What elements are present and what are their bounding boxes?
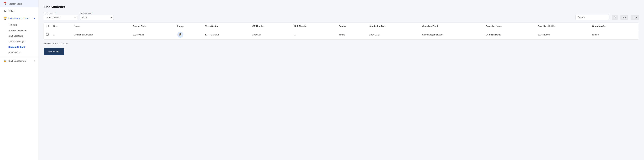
search-input[interactable] — [576, 15, 609, 20]
refresh-button[interactable]: ⟳ — [612, 15, 618, 20]
row-checkbox-cell — [44, 30, 51, 39]
showing-rows-text: Showing 1 to 1 of 1 rows — [44, 42, 639, 45]
th-guardian-name: Guardian Name — [483, 23, 535, 30]
gallery-icon: 🖼 — [3, 9, 7, 12]
certificate-icon: 🏆 — [3, 17, 7, 20]
page-title: List Students — [44, 5, 639, 9]
th-image: Image — [175, 23, 202, 30]
lock-icon: 🔒 — [3, 59, 7, 62]
th-admission-date: Admission Date — [367, 23, 420, 30]
row-guardian-email: guardian@gmail.com — [420, 30, 483, 39]
chevron-down-icon: ▾ — [34, 17, 35, 19]
row-guardian-name: Guardian Demo — [483, 30, 535, 39]
sidebar-item-student-id-card[interactable]: Student ID Card — [0, 44, 38, 50]
sidebar-submenu-certificate: Template Student Certificate Staff Certi… — [0, 22, 38, 55]
columns-icon: ⊞ — [622, 16, 624, 19]
sidebar-item-template[interactable]: Template — [0, 22, 38, 27]
th-name: Name — [72, 23, 130, 30]
generate-button[interactable]: Generate — [44, 48, 64, 55]
table-body: 1 Cineraria Humsafar 2024-03-01 🐧 13 A -… — [44, 30, 639, 39]
th-guardian-mobile: Guardian Mobile — [535, 23, 590, 30]
row-admission-date: 2024-03-14 — [367, 30, 420, 39]
th-class-section: Class Section — [202, 23, 250, 30]
sidebar: 📅 Session Years 🖼 Gallery 🏆 Certificate … — [0, 0, 39, 160]
sidebar-label-certificate: Certificate & ID Card — [8, 17, 28, 20]
columns-button[interactable]: ⊞ ▾ — [620, 15, 628, 20]
download-icon: ⬇ — [633, 16, 635, 19]
students-table-container: No. Name Date of Birth Image Class Secti… — [44, 22, 639, 40]
row-checkbox[interactable] — [46, 33, 48, 36]
sidebar-item-id-card-settings[interactable]: ID Card Settings — [0, 39, 38, 44]
session-year-label: Session Year * — [80, 12, 114, 14]
students-table: No. Name Date of Birth Image Class Secti… — [44, 23, 639, 39]
chevron-down-icon-columns: ▾ — [625, 16, 626, 19]
row-guardian-gender: female — [590, 30, 639, 39]
row-class-section: 13 A - Gujarati — [202, 30, 250, 39]
select-all-checkbox[interactable] — [46, 25, 48, 27]
row-image: 🐧 — [175, 30, 202, 39]
table-row: 1 Cineraria Humsafar 2024-03-01 🐧 13 A -… — [44, 30, 639, 39]
refresh-icon: ⟳ — [614, 16, 616, 19]
sidebar-label-gallery: Gallery — [8, 10, 15, 12]
sidebar-item-student-certificate[interactable]: Student Certificate — [0, 27, 38, 33]
sidebar-item-staff-id-card[interactable]: Staff ID Card — [0, 50, 38, 55]
th-checkbox — [44, 23, 51, 30]
sidebar-item-staff-management[interactable]: 🔒 Staff Management ▾ — [0, 57, 38, 65]
th-roll-number: Roll Number — [292, 23, 336, 30]
sidebar-bottom: 🔒 Staff Management ▾ — [0, 57, 38, 65]
sidebar-label-staff-management: Staff Management — [8, 60, 26, 62]
th-dob: Date of Birth — [130, 23, 175, 30]
download-button[interactable]: ⬇ ▾ — [631, 15, 639, 20]
row-guardian-mobile: 1234567890 — [535, 30, 590, 39]
sidebar-item-session-years[interactable]: 📅 Session Years — [0, 0, 38, 7]
sidebar-item-staff-certificate[interactable]: Staff Certificate — [0, 33, 38, 39]
filters-row: Class Section * 13 A - Gujarati Session … — [44, 12, 639, 20]
class-section-select[interactable]: 13 A - Gujarati — [44, 15, 78, 20]
row-gr-number: 2024429 — [250, 30, 292, 39]
th-guardian-gender: Guardian Ge... — [590, 23, 639, 30]
sidebar-label-session-years: Session Years — [8, 2, 22, 5]
session-year-select[interactable]: 2024 — [80, 15, 114, 20]
row-gender: female — [336, 30, 367, 39]
chevron-down-icon-download: ▾ — [636, 16, 637, 19]
class-section-group: Class Section * 13 A - Gujarati — [44, 12, 78, 20]
th-gr-number: GR Number — [250, 23, 292, 30]
th-no: No. — [51, 23, 72, 30]
row-dob: 2024-03-01 — [130, 30, 175, 39]
row-no: 1 — [51, 30, 72, 39]
row-name: Cineraria Humsafar — [72, 30, 130, 39]
class-section-label: Class Section * — [44, 12, 78, 14]
sidebar-item-gallery[interactable]: 🖼 Gallery — [0, 7, 38, 15]
chevron-down-icon-staff: ▾ — [34, 60, 35, 62]
sidebar-item-certificate-id-card[interactable]: 🏆 Certificate & ID Card ▾ — [0, 15, 38, 22]
main-content: List Students Class Section * 13 A - Guj… — [39, 0, 644, 160]
avatar: 🐧 — [177, 32, 184, 38]
session-year-group: Session Year * 2024 — [80, 12, 114, 20]
row-roll-number: 1 — [292, 30, 336, 39]
table-header-row: No. Name Date of Birth Image Class Secti… — [44, 23, 639, 30]
calendar-icon: 📅 — [3, 2, 7, 5]
th-guardian-email: Guardian Email — [420, 23, 483, 30]
th-gender: Gender — [336, 23, 367, 30]
